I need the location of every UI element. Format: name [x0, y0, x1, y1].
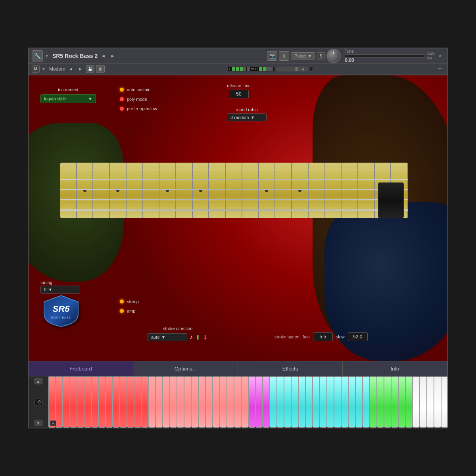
key-a3[interactable]	[184, 376, 191, 428]
key-c4[interactable]	[198, 376, 205, 428]
key-d2[interactable]	[106, 376, 113, 428]
key-e2[interactable]	[113, 376, 120, 428]
volume-slider[interactable]: ◀	[276, 67, 308, 71]
tab-fretboard[interactable]: Fretboard	[29, 361, 133, 376]
key-d4[interactable]	[205, 376, 213, 428]
delete-preset-button[interactable]: 🗑	[96, 65, 105, 73]
key-g7[interactable]	[377, 376, 384, 428]
prev-preset-button[interactable]: ◄	[67, 65, 75, 73]
key-g8[interactable]	[427, 376, 434, 428]
key-b1[interactable]	[91, 376, 98, 428]
key-a4[interactable]	[234, 376, 241, 428]
key-e1[interactable]	[63, 376, 70, 428]
prefer-open-dot[interactable]	[120, 107, 124, 111]
key-a6[interactable]	[334, 376, 341, 428]
key-c6[interactable]	[298, 376, 305, 428]
key-f2[interactable]	[120, 376, 127, 428]
amp-dot[interactable]	[120, 309, 124, 313]
key-f3[interactable]	[170, 376, 177, 428]
key-c2[interactable]	[98, 376, 106, 428]
key-a8[interactable]	[434, 376, 441, 428]
key-d3[interactable]	[155, 376, 163, 428]
prev-instrument-button[interactable]: ◄	[99, 52, 107, 60]
key-b5[interactable]	[291, 376, 298, 428]
key-f8[interactable]	[420, 376, 427, 428]
instrument-dropdown[interactable]: legato slide ▼	[40, 94, 96, 103]
next-preset-button[interactable]: ►	[76, 65, 84, 73]
mute-button[interactable]: M	[32, 65, 40, 73]
camera-button[interactable]: 📷	[267, 51, 277, 61]
purge-button[interactable]: Purge ▼	[291, 52, 315, 60]
key-d1[interactable]	[56, 376, 63, 428]
key-g2[interactable]	[127, 376, 134, 428]
minus-button[interactable]: −	[435, 64, 444, 74]
round-robin-dropdown[interactable]: 3 random ▼	[227, 113, 267, 121]
tune-bar[interactable]	[345, 54, 424, 58]
key-a5[interactable]	[284, 376, 291, 428]
key-b7[interactable]	[391, 376, 398, 428]
arrow-left-preset2[interactable]: ▼	[41, 66, 46, 72]
key-e6[interactable]	[313, 376, 320, 428]
tab-effects[interactable]: Effects	[238, 361, 343, 376]
key-g4[interactable]	[227, 376, 234, 428]
release-time-value[interactable]: 50	[229, 90, 249, 98]
key-f1[interactable]	[70, 376, 77, 428]
info-button[interactable]: ℹ	[279, 51, 289, 61]
stomp-row[interactable]: stomp	[120, 299, 139, 304]
key-e7[interactable]	[363, 376, 370, 428]
key-b6[interactable]	[341, 376, 348, 428]
auto-sustain-dot[interactable]	[120, 88, 124, 92]
fast-value[interactable]: 5.5	[313, 332, 333, 341]
key-d6[interactable]	[305, 376, 313, 428]
stroke-direction-dropdown[interactable]: auto ▼	[148, 333, 187, 341]
key-f5[interactable]	[270, 376, 277, 428]
key-c5[interactable]	[248, 376, 255, 428]
stomp-dot[interactable]	[120, 299, 124, 303]
key-e4[interactable]	[213, 376, 220, 428]
key-f6[interactable]	[320, 376, 327, 428]
tab-options[interactable]: Options...	[133, 361, 238, 376]
string-5	[60, 209, 408, 211]
key-b8[interactable]	[441, 376, 447, 428]
key-e5[interactable]	[263, 376, 270, 428]
key-e3[interactable]	[163, 376, 170, 428]
key-g5[interactable]	[277, 376, 284, 428]
close-button[interactable]: ×	[436, 52, 444, 60]
solo-button[interactable]: S	[317, 52, 325, 60]
volume-knob[interactable]	[326, 49, 341, 63]
next-instrument-button[interactable]: ►	[109, 52, 117, 60]
poly-mode-row[interactable]: poly mode	[120, 97, 157, 102]
scroll-up-button[interactable]: ▲	[35, 378, 42, 384]
key-d7[interactable]	[355, 376, 363, 428]
tab-info[interactable]: Info	[343, 361, 447, 376]
key-c1[interactable]	[48, 376, 56, 428]
wrench-button[interactable]: 🔧	[32, 50, 43, 61]
key-c7[interactable]	[348, 376, 355, 428]
key-a7[interactable]	[384, 376, 391, 428]
auto-sustain-row[interactable]: auto sustain	[120, 87, 157, 92]
slow-value[interactable]: 52.0	[348, 332, 368, 341]
key-c3[interactable]	[148, 376, 155, 428]
key-g3[interactable]	[177, 376, 184, 428]
key-f7[interactable]	[370, 376, 377, 428]
arrow-left-preset[interactable]: ▼	[44, 53, 49, 59]
key-d5[interactable]	[255, 376, 263, 428]
key-e8[interactable]	[413, 376, 420, 428]
key-a2[interactable]	[134, 376, 141, 428]
key-b2[interactable]	[141, 376, 148, 428]
key-d8[interactable]	[405, 376, 413, 428]
scroll-down-button[interactable]: ▼	[35, 420, 42, 426]
keyboard-minus-button[interactable]: −	[50, 420, 56, 426]
tuning-dropdown[interactable]: 0 ▼	[40, 286, 80, 294]
key-f4[interactable]	[220, 376, 227, 428]
key-a1[interactable]	[84, 376, 91, 428]
key-g1[interactable]	[77, 376, 84, 428]
key-g6[interactable]	[327, 376, 334, 428]
save-preset-button[interactable]: 💾	[86, 65, 94, 73]
prefer-open-row[interactable]: prefer open/low	[120, 106, 157, 111]
amp-row[interactable]: amp	[120, 309, 139, 313]
key-c8[interactable]	[398, 376, 405, 428]
key-b3[interactable]	[191, 376, 198, 428]
key-b4[interactable]	[241, 376, 248, 428]
poly-mode-dot[interactable]	[120, 97, 124, 101]
